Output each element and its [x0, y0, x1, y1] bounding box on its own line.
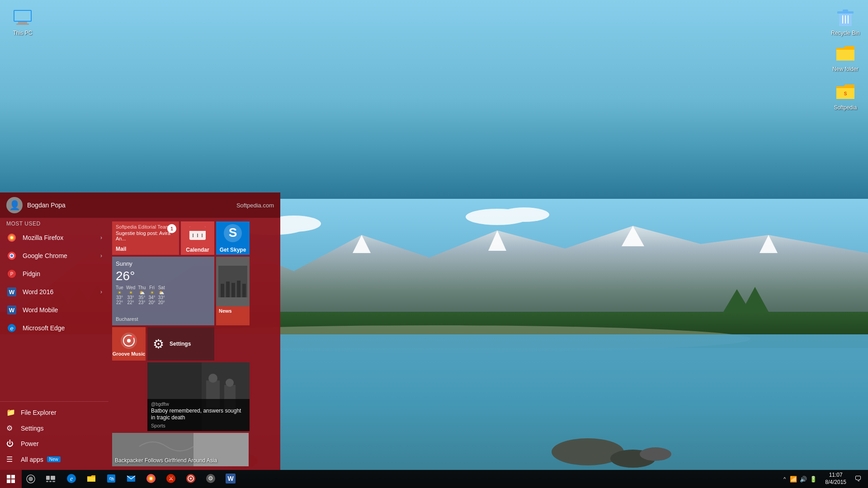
start-bottom-power[interactable]: ⏻ Power: [0, 436, 108, 451]
svg-point-19: [640, 447, 671, 461]
volume-icon[interactable]: 🔊: [800, 476, 807, 483]
start-item-chrome[interactable]: Google Chrome ›: [0, 247, 108, 265]
tile-skype[interactable]: S Get Skype: [216, 221, 250, 255]
taskbar-edge[interactable]: e: [61, 470, 81, 488]
start-bottom-settings[interactable]: ⚙ Settings: [0, 420, 108, 436]
desktop-icon-new-folder[interactable]: New folder: [827, 41, 863, 74]
calendar-icon: [189, 224, 207, 245]
new-folder-label: New folder: [832, 66, 858, 72]
start-bottom-all-apps[interactable]: ☰ All apps New: [0, 451, 108, 467]
svg-rect-52: [189, 230, 206, 231]
this-pc-label: This PC: [13, 30, 33, 36]
svg-text:S: S: [844, 91, 847, 96]
start-item-pidgin[interactable]: P Pidgin: [0, 265, 108, 283]
svg-rect-85: [46, 476, 50, 480]
start-item-firefox[interactable]: Mozilla Firefox ›: [0, 229, 108, 247]
cortana-button[interactable]: [22, 470, 40, 488]
svg-text:W: W: [227, 475, 234, 482]
user-name: Bogdan Popa: [27, 202, 236, 209]
new-badge: New: [47, 456, 61, 462]
svg-point-102: [190, 478, 192, 479]
svg-point-68: [127, 339, 131, 343]
mail-preview: Sugestie blog post: Avira An...: [116, 230, 175, 241]
start-item-edge[interactable]: e Microsoft Edge: [0, 319, 108, 337]
power-label: Power: [21, 440, 39, 447]
taskbar-mail[interactable]: [121, 470, 141, 488]
edge-label: Microsoft Edge: [23, 324, 65, 332]
svg-rect-87: [46, 481, 48, 482]
firefox-label: Mozilla Firefox: [23, 234, 63, 241]
network-icon[interactable]: 📶: [790, 476, 797, 483]
calendar-label: Calendar: [186, 247, 209, 253]
taskbar-settings[interactable]: ⚙: [201, 470, 221, 488]
all-apps-label: All apps: [21, 456, 43, 463]
svg-rect-89: [52, 481, 55, 482]
start-item-word2016[interactable]: W Word 2016 ›: [0, 283, 108, 301]
start-menu-header: 👤 Bogdan Popa Softpedia.com: [0, 192, 280, 218]
weather-day-sat: Sat ⛅ 33° 20°: [158, 285, 165, 305]
svg-text:e: e: [10, 325, 13, 332]
tile-mail[interactable]: Softpedia Editorial Team Sugestie blog p…: [112, 221, 179, 255]
firefox-icon: [6, 232, 17, 243]
notification-chevron[interactable]: ^: [782, 476, 787, 482]
news-image: [216, 257, 250, 306]
svg-text:W: W: [9, 307, 15, 314]
chrome-icon: [6, 250, 17, 261]
taskbar-clash[interactable]: ⚔: [161, 470, 181, 488]
skype-label: Get Skype: [220, 247, 246, 253]
weather-condition: Sunny: [116, 260, 211, 267]
svg-point-84: [28, 477, 33, 481]
start-bottom-explorer[interactable]: 📁 File Explorer: [0, 404, 108, 420]
weather-day-wed: Wed ☀ 33° 22°: [126, 285, 135, 305]
tile-sports[interactable]: @bgdftw Batboy remembered, answers sough…: [147, 362, 250, 431]
svg-rect-86: [51, 476, 55, 480]
travel-headline: Backpacker Follows Girlfriend Around Asi…: [115, 457, 217, 464]
desktop-icon-recycle-bin[interactable]: Recycle Bin: [827, 5, 863, 38]
svg-rect-28: [16, 23, 29, 25]
tile-news[interactable]: News: [216, 257, 250, 325]
svg-rect-80: [11, 475, 15, 479]
start-button[interactable]: [0, 470, 22, 488]
file-explorer-label: File Explorer: [21, 409, 57, 416]
weather-day-tue: Tue ☀ 33° 22°: [116, 285, 123, 305]
start-menu: 👤 Bogdan Popa Softpedia.com Most used Mo…: [0, 192, 280, 470]
firefox-arrow: ›: [100, 235, 102, 241]
system-tray: ^ 📶 🔊 🔋: [779, 476, 820, 483]
weather-day-fri: Fri ☀ 34° 20°: [149, 285, 156, 305]
taskbar-clock[interactable]: 11:07 8/4/2015: [821, 472, 850, 486]
battery-icon: 🔋: [810, 476, 817, 483]
taskbar-right: ^ 📶 🔊 🔋 11:07 8/4/2015 🗨: [779, 472, 868, 486]
clock-time: 11:07: [825, 472, 846, 479]
tile-travel[interactable]: Backpacker Follows Girlfriend Around Asi…: [112, 433, 249, 466]
pidgin-icon: P: [6, 268, 17, 279]
taskbar-groove[interactable]: [181, 470, 201, 488]
tile-calendar[interactable]: Calendar: [181, 221, 214, 255]
news-label: News: [216, 306, 250, 325]
tile-settings[interactable]: ⚙ Settings: [147, 327, 214, 361]
weather-temp: 26°: [116, 269, 211, 283]
taskbar-store[interactable]: 🛍: [101, 470, 121, 488]
wordmobile-label: Word Mobile: [23, 306, 58, 314]
desktop-icon-softpedia[interactable]: S Softpedia: [827, 79, 863, 113]
wordmobile-icon: W: [6, 305, 17, 315]
taskbar-word[interactable]: W: [221, 470, 241, 488]
sports-label: Sports: [151, 423, 246, 428]
mail-sender: Softpedia Editorial Team: [116, 224, 175, 230]
taskbar-firefox[interactable]: [141, 470, 161, 488]
task-view-button[interactable]: [40, 470, 61, 488]
tile-groove[interactable]: Groove Music: [112, 327, 146, 361]
sports-content: @bgdftw Batboy remembered, answers sough…: [147, 399, 250, 431]
taskbar-apps: e 🛍: [61, 470, 779, 488]
notification-center-button[interactable]: 🗨: [852, 475, 864, 483]
taskbar-explorer[interactable]: [81, 470, 101, 488]
tile-weather[interactable]: Sunny 26° Tue ☀ 33° 22° Wed ☀ 33°: [112, 257, 214, 325]
settings-sports-stack: ⚙ Settings: [147, 327, 250, 431]
desktop-icon-this-pc[interactable]: This PC: [5, 5, 41, 38]
groove-label: Groove Music: [113, 351, 146, 357]
svg-point-23: [500, 207, 549, 222]
softpedia-link[interactable]: Softpedia.com: [236, 202, 274, 209]
start-item-wordmobile[interactable]: W Word Mobile: [0, 301, 108, 319]
most-used-label: Most used: [0, 218, 108, 229]
svg-rect-26: [14, 11, 31, 21]
svg-text:W: W: [9, 289, 15, 296]
